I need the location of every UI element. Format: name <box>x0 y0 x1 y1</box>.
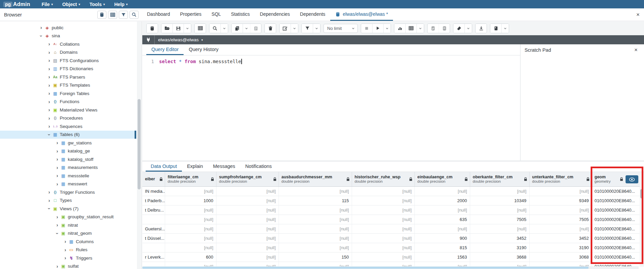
tab-query-editor[interactable]: Query Editor <box>146 44 184 55</box>
cell[interactable]: 7505 <box>529 215 592 224</box>
cell[interactable]: 9349 <box>529 196 592 205</box>
refresh-button[interactable] <box>97 11 106 19</box>
tree-item-gw-stations[interactable]: ›▦gw_stations <box>0 139 136 147</box>
cell[interactable]: [null] <box>529 205 592 215</box>
cell[interactable]: 1563 <box>414 252 470 262</box>
tree-expander-icon[interactable]: › <box>54 181 60 187</box>
cell[interactable]: [null] <box>279 243 352 252</box>
cell[interactable] <box>142 243 165 252</box>
tree-expander-icon[interactable]: › <box>46 58 52 63</box>
tree-expander-icon[interactable]: › <box>46 50 52 55</box>
tree-item-katalog-stoff[interactable]: ›▦katalog_stoff <box>0 155 136 164</box>
cell[interactable]: [null] <box>352 262 414 267</box>
commit-button[interactable] <box>428 24 439 33</box>
cell[interactable]: [null] <box>279 262 352 267</box>
tree-expander-icon[interactable]: › <box>62 239 68 244</box>
cell[interactable]: 10349 <box>470 196 529 205</box>
cell[interactable]: [null] <box>352 243 414 252</box>
tab-messages[interactable]: Messages <box>208 162 240 172</box>
cell[interactable]: [null] <box>216 205 279 215</box>
sidebar-scrollbar[interactable] <box>137 21 141 269</box>
tab-sql[interactable]: SQL <box>206 8 226 21</box>
cell[interactable]: 150 <box>279 252 352 262</box>
cell[interactable]: [null] <box>165 186 216 196</box>
tree-expander-icon[interactable]: › <box>54 156 60 162</box>
tree-item-fts-configurations[interactable]: ›▤FTS Configurations <box>0 56 136 65</box>
clear-dropdown-button[interactable] <box>464 24 472 33</box>
tree-item-messstelle[interactable]: ›▦messstelle <box>0 172 136 180</box>
column-header-oberkante-filter-cm[interactable]: oberkante_filter_cmdouble precision <box>470 172 529 186</box>
tree-expander-icon[interactable]: › <box>54 214 60 220</box>
cell[interactable]: 3190 <box>529 243 592 252</box>
tree-expander-icon[interactable]: › <box>62 255 68 261</box>
tree-item-fts-templates[interactable]: ›▣FTS Templates <box>0 81 136 90</box>
view-geometry-button[interactable] <box>626 175 638 183</box>
cell[interactable]: [null] <box>216 233 279 243</box>
tree-item-fts-dictionaries[interactable]: ›▥FTS Dictionaries <box>0 65 136 73</box>
cell[interactable]: [null] <box>216 243 279 252</box>
tree-item-triggers[interactable]: ›↯Triggers <box>0 254 136 262</box>
cell[interactable] <box>142 215 165 224</box>
cell[interactable]: [null] <box>529 186 592 196</box>
cell[interactable]: 115 <box>279 196 352 205</box>
cell[interactable]: 0101000020E8640... <box>592 205 640 215</box>
execute-button[interactable] <box>372 24 383 33</box>
tree-expander-icon[interactable]: › <box>46 74 52 80</box>
search-objects-button[interactable] <box>130 11 139 19</box>
cell[interactable]: [null] <box>216 215 279 224</box>
copy-dropdown-button[interactable] <box>243 24 250 33</box>
sidebar-scrollbar-thumb[interactable] <box>138 99 141 189</box>
grid-hscroll-thumb[interactable] <box>142 267 589 269</box>
grid-vscroll-thumb[interactable] <box>640 189 643 198</box>
column-header-unterkante-filter-cm[interactable]: unterkante_filter_cmdouble precision <box>529 172 592 186</box>
tree-expander-icon[interactable]: › <box>54 222 60 228</box>
cell[interactable]: [null] <box>216 224 279 233</box>
cell[interactable]: [null] <box>165 215 216 224</box>
filter-button[interactable] <box>119 11 128 19</box>
tree-expander-icon[interactable]: › <box>54 165 60 170</box>
tree-item-collations[interactable]: ›A↓Collations <box>0 40 136 48</box>
column-header-historischer-ruhe-wsp[interactable]: historischer_ruhe_wspdouble precision <box>352 172 414 186</box>
cell[interactable]: [null] <box>279 205 352 215</box>
tree-item-rules[interactable]: ›▭Rules <box>0 246 136 254</box>
cell[interactable]: 0101000020E8640... <box>592 262 640 267</box>
column-header-sumpfrohrlaenge-cm[interactable]: sumpfrohrlaenge_cmdouble precision <box>216 172 279 186</box>
cell[interactable]: t Düssel... <box>142 233 165 243</box>
cell[interactable]: 600 <box>165 252 216 262</box>
cell[interactable]: 0101000020E8640... <box>592 196 640 205</box>
tree-item-katalog-ge[interactable]: ›▦katalog_ge <box>0 147 136 155</box>
tab-explain[interactable]: Explain <box>182 162 208 172</box>
column-header-geom[interactable]: geomgeometry <box>592 172 640 186</box>
cell[interactable]: [null] <box>165 224 216 233</box>
column-header-filterlaenge-cm[interactable]: filterlaenge_cmdouble precision <box>165 172 216 186</box>
new-browser-tab-button[interactable] <box>490 24 501 33</box>
edit-button[interactable] <box>280 24 291 33</box>
tree-expander-icon[interactable]: › <box>38 25 44 30</box>
edit-grid-button[interactable] <box>195 24 206 33</box>
rollback-button[interactable] <box>439 24 450 33</box>
tree-item-messwert[interactable]: ›▦messwert <box>0 180 136 188</box>
row-limit-select[interactable]: No limit <box>324 24 358 33</box>
tree-expander-icon[interactable]: › <box>55 230 60 236</box>
cell[interactable]: [null] <box>414 205 470 215</box>
cell[interactable]: [null] <box>216 262 279 267</box>
cell[interactable]: [null] <box>165 262 216 267</box>
tree-expander-icon[interactable]: › <box>46 198 52 203</box>
tree-expander-icon[interactable]: › <box>46 66 52 72</box>
tree-expander-icon[interactable]: › <box>46 91 52 96</box>
cell[interactable]: [null] <box>352 186 414 196</box>
edit-dropdown-button[interactable] <box>291 24 298 33</box>
tree-item-domains[interactable]: ›⌂Domains <box>0 48 136 57</box>
cell[interactable]: [null] <box>216 186 279 196</box>
tree-item-groupby-station-result[interactable]: ›▣groupby_station_result <box>0 213 136 221</box>
query-tool-button[interactable] <box>147 24 158 33</box>
tree-item-materialized-views[interactable]: ›▣Materialized Views <box>0 106 136 114</box>
cell[interactable]: 2000 <box>414 196 470 205</box>
menu-tools[interactable]: Tools▾ <box>90 2 105 7</box>
cell[interactable]: [null] <box>470 262 529 267</box>
tree-item-types[interactable]: ›□Types <box>0 196 136 205</box>
cell[interactable]: 0101000020E8640... <box>592 243 640 252</box>
cell[interactable]: [null] <box>414 224 470 233</box>
connection-bar[interactable]: elwas/elwas@elwas ▾ <box>142 35 644 44</box>
cell[interactable]: [null] <box>352 196 414 205</box>
